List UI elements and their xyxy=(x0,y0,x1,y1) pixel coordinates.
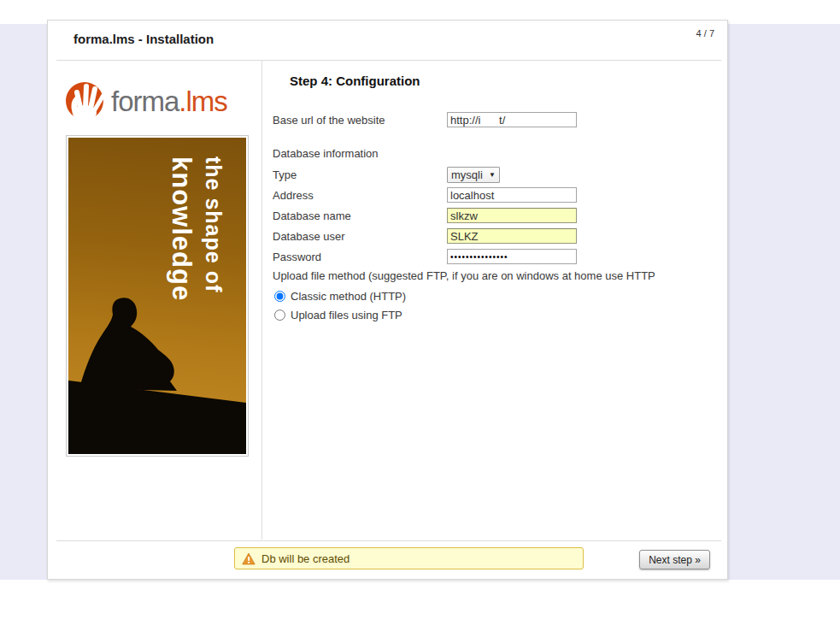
warning-message: Db will be created xyxy=(234,547,584,569)
database-section-label: Database information xyxy=(273,147,379,160)
page-title: Step 4: Configuration xyxy=(290,74,420,88)
header-divider xyxy=(56,60,721,61)
base-url-label: Base url of the website xyxy=(273,114,447,127)
db-password-label: Password xyxy=(273,251,447,263)
db-type-select[interactable]: mysqli ▼ xyxy=(447,167,500,183)
poster-image: the shape of knowledge xyxy=(66,135,249,457)
upload-method-option-http[interactable]: Classic method (HTTP) xyxy=(273,287,406,304)
http-radio[interactable] xyxy=(274,291,285,302)
base-url-input[interactable] xyxy=(447,112,577,127)
db-address-input[interactable] xyxy=(447,187,577,203)
warning-text: Db will be created xyxy=(261,552,350,565)
db-type-selected-value: mysqli xyxy=(451,168,483,181)
http-radio-label: Classic method (HTTP) xyxy=(291,290,406,303)
next-step-button[interactable]: Next step » xyxy=(639,550,710,569)
db-user-label: Database user xyxy=(273,230,447,243)
window-title: forma.lms - Installation xyxy=(73,32,214,46)
upload-method-option-ftp[interactable]: Upload files using FTP xyxy=(273,306,402,323)
db-user-input[interactable] xyxy=(447,228,577,244)
warning-icon xyxy=(242,552,256,565)
upload-method-label: Upload file method (suggested FTP, if yo… xyxy=(273,269,655,282)
footer-divider xyxy=(56,540,721,541)
column-divider xyxy=(261,61,262,540)
db-address-row: Address xyxy=(273,186,577,204)
db-name-input[interactable] xyxy=(447,208,577,223)
db-type-label: Type xyxy=(273,168,447,181)
base-url-row: Base url of the website xyxy=(273,110,577,129)
ftp-radio[interactable] xyxy=(274,310,285,321)
poster-tagline: the shape of knowledge xyxy=(168,156,224,301)
db-address-label: Address xyxy=(273,189,447,202)
db-user-row: Database user xyxy=(273,227,577,245)
db-name-label: Database name xyxy=(273,209,447,222)
ftp-radio-label: Upload files using FTP xyxy=(291,309,402,322)
db-password-row: Password xyxy=(273,247,577,266)
formalms-logo: forma.lms xyxy=(63,77,251,125)
db-password-input[interactable] xyxy=(447,249,577,264)
logo-wordmark: forma.lms xyxy=(111,87,227,115)
db-type-row: Type mysqli ▼ xyxy=(273,165,500,184)
db-name-row: Database name xyxy=(273,206,577,225)
step-progress-counter: 4 / 7 xyxy=(696,28,714,38)
chevron-down-icon: ▼ xyxy=(489,171,496,179)
hand-logo-icon xyxy=(63,76,109,126)
installation-card: forma.lms - Installation 4 / 7 forma.lms xyxy=(47,20,728,580)
